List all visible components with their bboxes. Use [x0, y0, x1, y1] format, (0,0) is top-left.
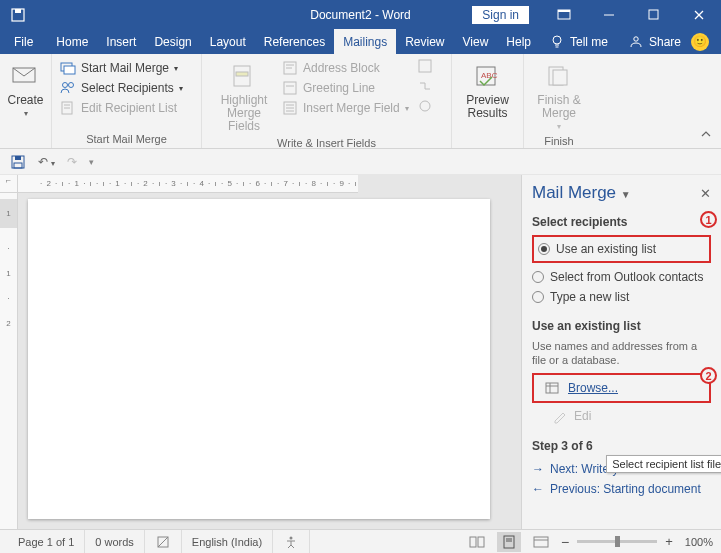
- previous-step-link[interactable]: ← Previous: Starting document: [532, 479, 711, 499]
- word-count[interactable]: 0 words: [85, 530, 145, 553]
- svg-rect-40: [546, 383, 558, 393]
- group-finish-label: Finish: [530, 133, 588, 150]
- select-recipients-label: Select Recipients: [81, 81, 174, 95]
- web-layout-icon[interactable]: [529, 532, 553, 552]
- vertical-ruler[interactable]: 1 · 1 · 2: [0, 193, 18, 529]
- task-pane-close-icon[interactable]: ✕: [700, 186, 711, 201]
- radio-outlook-contacts[interactable]: Select from Outlook contacts: [532, 267, 711, 287]
- address-block-label: Address Block: [303, 61, 380, 75]
- zoom-slider-thumb[interactable]: [615, 536, 620, 547]
- qat-customize-icon[interactable]: ▾: [89, 157, 94, 167]
- lightbulb-icon: [549, 34, 565, 50]
- address-block-button: Address Block: [280, 58, 411, 78]
- data-source-icon: [544, 380, 560, 396]
- browse-button[interactable]: Browse...: [538, 377, 705, 399]
- maximize-button[interactable]: [631, 0, 676, 29]
- collapse-ribbon-icon[interactable]: [699, 128, 713, 142]
- edit-recipient-disabled: Edi: [532, 409, 711, 425]
- quick-access-toolbar: ↶ ▾ ↷ ▾: [0, 149, 721, 175]
- tab-home[interactable]: Home: [47, 29, 97, 54]
- svg-point-16: [69, 83, 74, 88]
- highlight-existing-list: Use an existing list: [532, 235, 711, 263]
- svg-rect-14: [64, 66, 75, 74]
- greeting-line-button: Greeting Line: [280, 78, 411, 98]
- tab-insert[interactable]: Insert: [97, 29, 145, 54]
- share-button[interactable]: Share: [628, 34, 681, 50]
- start-mail-merge-button[interactable]: Start Mail Merge ▾: [58, 58, 195, 78]
- minimize-button[interactable]: [586, 0, 631, 29]
- group-start-mail-merge-label: Start Mail Merge: [58, 131, 195, 148]
- radio-outlook-label: Select from Outlook contacts: [550, 270, 703, 284]
- read-mode-icon[interactable]: [465, 532, 489, 552]
- titlebar: Document2 - Word Sign in: [0, 0, 721, 29]
- tooltip-select-recipient-file: Select recipient list file: [606, 455, 721, 473]
- insert-merge-field-button: Insert Merge Field ▾: [280, 98, 411, 118]
- svg-point-8: [553, 36, 561, 44]
- spellcheck-icon[interactable]: [145, 530, 182, 553]
- chevron-down-icon: ▾: [405, 104, 409, 113]
- zoom-percentage[interactable]: 100%: [685, 536, 713, 548]
- feedback-smiley-icon[interactable]: 🙂: [691, 33, 709, 51]
- preview-results-button[interactable]: ABC Preview Results: [458, 58, 517, 122]
- mail-merge-task-pane: Mail Merge ▼ ✕ Select recipients 1 Use a…: [521, 175, 721, 529]
- edit-list-icon: [60, 100, 76, 116]
- prev-label: Previous: Starting document: [550, 482, 701, 496]
- document-page[interactable]: [28, 199, 490, 519]
- print-layout-icon[interactable]: [497, 532, 521, 552]
- chevron-down-icon: ▾: [179, 84, 183, 93]
- zoom-in-button[interactable]: +: [665, 534, 673, 549]
- start-mail-merge-label: Start Mail Merge: [81, 61, 169, 75]
- chevron-down-icon: ▾: [174, 64, 178, 73]
- envelopes-create-button[interactable]: Create ▾: [6, 58, 45, 120]
- finish-icon: [543, 60, 575, 92]
- autosave-icon[interactable]: [10, 7, 26, 23]
- redo-button[interactable]: ↷: [67, 155, 77, 169]
- tell-me-label: Tell me: [570, 35, 608, 49]
- use-existing-description: Use names and addresses from a file or a…: [532, 339, 711, 367]
- tab-layout[interactable]: Layout: [201, 29, 255, 54]
- tab-design[interactable]: Design: [145, 29, 200, 54]
- svg-point-15: [63, 83, 68, 88]
- tab-review[interactable]: Review: [396, 29, 453, 54]
- match-fields-icon: [417, 78, 433, 94]
- ribbon: Create ▾ Start Mail Merge ▾ Select Recip…: [0, 54, 721, 149]
- callout-1: 1: [700, 211, 717, 228]
- document-area: ⌐ · 2 · ı · 1 · ı · ı · 1 · ı · 2 · ı · …: [0, 175, 721, 529]
- tab-file[interactable]: File: [0, 29, 47, 54]
- horizontal-ruler[interactable]: · 2 · ı · 1 · ı · ı · 1 · ı · 2 · ı · 3 …: [18, 175, 358, 193]
- highlight-icon: [228, 60, 260, 92]
- page-indicator[interactable]: Page 1 of 1: [8, 530, 85, 553]
- radio-type-new-list[interactable]: Type a new list: [532, 287, 711, 307]
- accessibility-icon[interactable]: [273, 530, 310, 553]
- select-recipients-button[interactable]: Select Recipients ▾: [58, 78, 195, 98]
- undo-button[interactable]: ↶ ▾: [38, 155, 55, 169]
- language-indicator[interactable]: English (India): [182, 530, 273, 553]
- recipients-icon: [60, 80, 76, 96]
- sign-in-button[interactable]: Sign in: [472, 6, 529, 24]
- preview-icon: ABC: [472, 60, 504, 92]
- use-existing-list-heading: Use an existing list: [532, 319, 711, 333]
- zoom-out-button[interactable]: −: [561, 534, 569, 550]
- mail-merge-icon: [60, 60, 76, 76]
- group-write-insert-label: Write & Insert Fields: [208, 135, 445, 152]
- tell-me[interactable]: Tell me: [540, 29, 617, 54]
- save-icon[interactable]: [10, 154, 26, 170]
- tab-mailings[interactable]: Mailings: [334, 29, 396, 54]
- chevron-down-icon[interactable]: ▼: [621, 189, 631, 200]
- tab-view[interactable]: View: [454, 29, 498, 54]
- radio-use-existing-list[interactable]: Use an existing list: [538, 239, 705, 259]
- close-button[interactable]: [676, 0, 721, 29]
- ribbon-display-options-icon[interactable]: [541, 0, 586, 29]
- svg-rect-39: [14, 163, 22, 168]
- svg-rect-5: [649, 10, 658, 19]
- radio-existing-label: Use an existing list: [556, 242, 656, 256]
- document-title: Document2 - Word: [310, 8, 410, 22]
- tab-references[interactable]: References: [255, 29, 334, 54]
- svg-rect-3: [558, 10, 570, 12]
- svg-rect-31: [419, 60, 431, 72]
- zoom-slider[interactable]: [577, 540, 657, 543]
- greeting-icon: [282, 80, 298, 96]
- finish-merge-label: Finish & Merge: [537, 94, 580, 120]
- tab-help[interactable]: Help: [497, 29, 540, 54]
- step-indicator: Step 3 of 6: [532, 439, 711, 453]
